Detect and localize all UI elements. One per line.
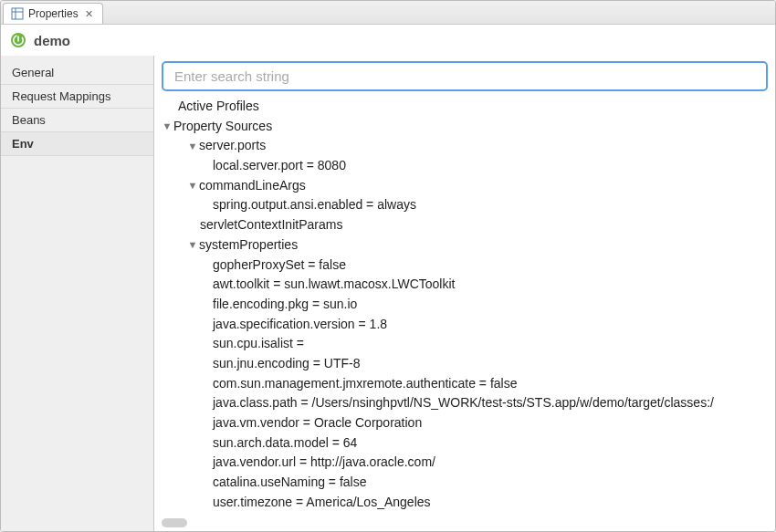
prop-sun-cpu-isalist-label: sun.cpu.isalist = [213,334,304,354]
tab-label: Properties [28,7,79,20]
prop-sun-arch-data-model-label: sun.arch.data.model = 64 [213,433,357,454]
property-sources-label: Property Sources [173,117,272,137]
properties-panel: Properties ✕ demo GeneralRequest Mapping… [0,0,776,532]
prop-os-name-label: os.name = Mac OS X [213,512,334,516]
main-content: Active Profiles▼Property Sources▼server.… [154,56,775,531]
source-servletContextInitParams-label: servletContextInitParams [200,215,342,235]
disclosure-triangle-icon[interactable]: ▼ [162,119,173,134]
disclosure-triangle-icon[interactable]: ▼ [187,237,198,253]
source-systemProperties[interactable]: ▼systemProperties [162,235,775,256]
prop-java-vendor-url[interactable]: java.vendor.url = http://java.oracle.com… [162,453,775,473]
source-server.ports-label: server.ports [199,136,266,156]
active-profiles-label: Active Profiles [178,97,259,117]
disclosure-triangle-icon[interactable]: ▼ [187,178,198,193]
prop-spring-output-ansi-enabled[interactable]: spring.output.ansi.enabled = always [162,195,775,215]
source-server.ports[interactable]: ▼server.ports [162,136,775,156]
close-icon[interactable]: ✕ [83,8,95,20]
prop-java-class-path-label: java.class.path = /Users/nsinghpvtl/NS_W… [213,393,714,413]
prop-java-specification-version[interactable]: java.specification.version = 1.8 [162,315,775,335]
svg-rect-0 [12,8,23,19]
sidebar-item-beans[interactable]: Beans [1,109,153,132]
prop-sun-cpu-isalist[interactable]: sun.cpu.isalist = [162,334,775,354]
source-commandLineArgs-label: commandLineArgs [199,176,306,196]
prop-local-server-port-label: local.server.port = 8080 [213,156,346,176]
disclosure-triangle-icon[interactable]: ▼ [187,139,198,154]
tab-properties[interactable]: Properties ✕ [3,3,103,24]
prop-user-timezone[interactable]: user.timezone = America/Los_Angeles [162,493,775,513]
prop-file-encoding-pkg-label: file.encoding.pkg = sun.io [213,295,357,315]
sidebar-item-request-mappings[interactable]: Request Mappings [1,85,153,109]
sidebar: GeneralRequest MappingsBeansEnv [1,56,154,531]
prop-spring-output-ansi-enabled-label: spring.output.ansi.enabled = always [213,195,416,215]
property-tree: Active Profiles▼Property Sources▼server.… [162,95,775,516]
prop-sun-jnu-encoding-label: sun.jnu.encoding = UTF-8 [213,354,360,374]
prop-awt-toolkit[interactable]: awt.toolkit = sun.lwawt.macosx.LWCToolki… [162,275,775,295]
prop-local-server-port[interactable]: local.server.port = 8080 [162,156,775,176]
prop-java-vm-vendor[interactable]: java.vm.vendor = Oracle Corporation [162,413,775,433]
tab-bar: Properties ✕ [1,1,775,25]
prop-java-vm-vendor-label: java.vm.vendor = Oracle Corporation [213,413,422,433]
properties-view-icon [11,7,24,20]
source-commandLineArgs[interactable]: ▼commandLineArgs [162,176,775,196]
horizontal-scrollbar[interactable] [162,518,768,527]
prop-file-encoding-pkg[interactable]: file.encoding.pkg = sun.io [162,295,775,315]
prop-com-sun-management-jmxremote-authenticate[interactable]: com.sun.management.jmxremote.authenticat… [162,374,775,394]
prop-java-class-path[interactable]: java.class.path = /Users/nsinghpvtl/NS_W… [162,393,775,413]
prop-sun-arch-data-model[interactable]: sun.arch.data.model = 64 [162,433,775,454]
prop-user-timezone-label: user.timezone = America/Los_Angeles [213,493,431,513]
prop-com-sun-management-jmxremote-authenticate-label: com.sun.management.jmxremote.authenticat… [213,374,517,394]
search-input[interactable] [173,68,757,85]
scroll-thumb[interactable] [162,518,187,527]
search-box[interactable] [162,61,768,91]
source-servletContextInitParams[interactable]: servletContextInitParams [162,215,775,235]
prop-gopherProxySet-label: gopherProxySet = false [213,256,346,276]
spring-boot-icon [10,32,26,48]
breadcrumb: demo [1,25,775,56]
project-name: demo [34,33,70,48]
property-sources[interactable]: ▼Property Sources [162,117,775,137]
source-systemProperties-label: systemProperties [199,235,298,256]
prop-awt-toolkit-label: awt.toolkit = sun.lwawt.macosx.LWCToolki… [213,275,455,295]
sidebar-item-env[interactable]: Env [1,132,153,156]
prop-java-vendor-url-label: java.vendor.url = http://java.oracle.com… [213,453,435,473]
active-profiles[interactable]: Active Profiles [162,97,775,117]
sidebar-item-general[interactable]: General [1,61,153,85]
prop-gopherProxySet[interactable]: gopherProxySet = false [162,256,775,276]
prop-catalina-useNaming[interactable]: catalina.useNaming = false [162,473,775,493]
prop-os-name[interactable]: os.name = Mac OS X [162,512,775,516]
prop-java-specification-version-label: java.specification.version = 1.8 [213,315,387,335]
prop-sun-jnu-encoding[interactable]: sun.jnu.encoding = UTF-8 [162,354,775,374]
prop-catalina-useNaming-label: catalina.useNaming = false [213,473,367,493]
